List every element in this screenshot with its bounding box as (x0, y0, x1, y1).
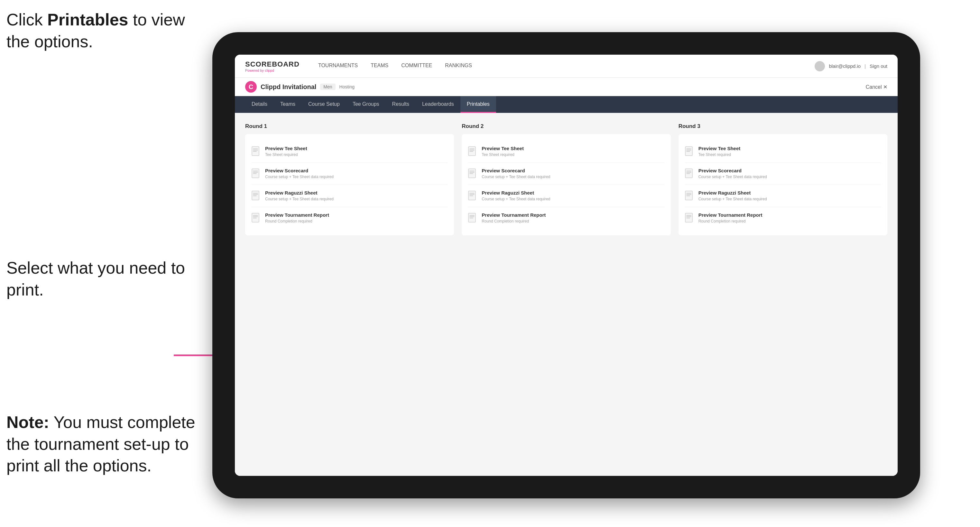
svg-rect-15 (685, 213, 692, 222)
print-item-3-1[interactable]: Preview Tee SheetTee Sheet required (685, 141, 881, 163)
print-item-text-1-1: Preview Tee SheetTee Sheet required (265, 146, 307, 157)
top-nav: SCOREBOARD Powered by clippd TOURNAMENTS… (235, 55, 898, 78)
print-item-text-1-3: Preview Raguzzi SheetCourse setup + Tee … (265, 190, 334, 201)
print-item-title-2-4: Preview Tournament Report (482, 212, 546, 217)
svg-rect-12 (685, 147, 692, 156)
nav-teams[interactable]: TEAMS (365, 60, 394, 72)
tab-tee-groups[interactable]: Tee Groups (346, 96, 386, 113)
nav-committee[interactable]: COMMITTEE (395, 60, 438, 72)
round-card-1: Preview Tee SheetTee Sheet required Prev… (245, 134, 454, 235)
user-email: blair@clippd.io (829, 63, 861, 69)
svg-rect-14 (685, 191, 692, 200)
svg-rect-9 (468, 169, 476, 178)
annotation-top: Click Printables to view the options. (6, 9, 193, 52)
annotation-bottom: Note: You must complete the tournament s… (6, 411, 206, 477)
logo-title: SCOREBOARD (245, 60, 299, 68)
print-item-1-1[interactable]: Preview Tee SheetTee Sheet required (251, 141, 447, 163)
print-item-text-1-2: Preview ScorecardCourse setup + Tee Shee… (265, 168, 334, 179)
svg-rect-10 (468, 191, 476, 200)
print-item-title-3-3: Preview Raguzzi Sheet (698, 190, 767, 195)
print-item-sub-2-2: Course setup + Tee Sheet data required (482, 175, 550, 179)
cancel-button[interactable]: Cancel ✕ (866, 84, 887, 90)
tab-leaderboards[interactable]: Leaderboards (416, 96, 460, 113)
document-icon (251, 146, 261, 157)
tab-course-setup[interactable]: Course Setup (302, 96, 346, 113)
tablet-screen: SCOREBOARD Powered by clippd TOURNAMENTS… (235, 55, 898, 476)
document-icon (468, 146, 477, 157)
round-column-1: Round 1 Preview Tee SheetTee Sheet requi… (245, 123, 454, 235)
print-item-sub-1-3: Course setup + Tee Sheet data required (265, 197, 334, 201)
print-item-text-1-4: Preview Tournament ReportRound Completio… (265, 212, 329, 224)
print-item-text-2-4: Preview Tournament ReportRound Completio… (482, 212, 546, 224)
print-item-3-4[interactable]: Preview Tournament ReportRound Completio… (685, 207, 881, 229)
print-item-3-3[interactable]: Preview Raguzzi SheetCourse setup + Tee … (685, 185, 881, 207)
print-item-text-3-2: Preview ScorecardCourse setup + Tee Shee… (698, 168, 767, 179)
tab-teams[interactable]: Teams (274, 96, 302, 113)
rounds-grid: Round 1 Preview Tee SheetTee Sheet requi… (245, 123, 887, 235)
logo-sub: Powered by clippd (245, 68, 299, 72)
print-item-1-4[interactable]: Preview Tournament ReportRound Completio… (251, 207, 447, 229)
annotation-middle: Select what you need to print. (6, 257, 187, 301)
tab-printables[interactable]: Printables (460, 96, 496, 113)
round-card-3: Preview Tee SheetTee Sheet required Prev… (679, 134, 887, 235)
tab-results[interactable]: Results (386, 96, 416, 113)
print-item-title-1-4: Preview Tournament Report (265, 212, 329, 217)
print-item-1-3[interactable]: Preview Raguzzi SheetCourse setup + Tee … (251, 185, 447, 207)
print-item-sub-3-2: Course setup + Tee Sheet data required (698, 175, 767, 179)
tab-details[interactable]: Details (245, 96, 274, 113)
round-header-1: Round 1 (245, 123, 454, 130)
print-item-title-3-4: Preview Tournament Report (698, 212, 762, 217)
tab-bar: Details Teams Course Setup Tee Groups Re… (235, 96, 898, 113)
print-item-1-2[interactable]: Preview ScorecardCourse setup + Tee Shee… (251, 163, 447, 185)
print-item-text-3-1: Preview Tee SheetTee Sheet required (698, 146, 741, 157)
print-item-title-2-3: Preview Raguzzi Sheet (482, 190, 550, 195)
tournament-name: Clippd Invitational (261, 83, 316, 90)
print-item-sub-3-1: Tee Sheet required (698, 152, 741, 157)
print-item-sub-3-4: Round Completion required (698, 219, 762, 224)
document-icon (468, 213, 477, 224)
print-item-title-1-1: Preview Tee Sheet (265, 146, 307, 151)
round-card-2: Preview Tee SheetTee Sheet required Prev… (462, 134, 670, 235)
document-icon (468, 190, 477, 202)
print-item-2-4[interactable]: Preview Tournament ReportRound Completio… (468, 207, 664, 229)
print-item-2-3[interactable]: Preview Raguzzi SheetCourse setup + Tee … (468, 185, 664, 207)
print-item-title-3-2: Preview Scorecard (698, 168, 767, 173)
tournament-badge: Men (320, 84, 335, 90)
user-avatar (815, 61, 825, 71)
print-item-text-2-1: Preview Tee SheetTee Sheet required (482, 146, 524, 157)
document-icon (685, 146, 694, 157)
print-item-sub-1-1: Tee Sheet required (265, 152, 307, 157)
annotation-bold-printables: Printables (47, 10, 128, 29)
print-item-sub-2-4: Round Completion required (482, 219, 546, 224)
document-icon (251, 190, 261, 202)
print-item-sub-3-3: Course setup + Tee Sheet data required (698, 197, 767, 201)
print-item-title-2-2: Preview Scorecard (482, 168, 550, 173)
main-content: Round 1 Preview Tee SheetTee Sheet requi… (235, 113, 898, 476)
round-header-3: Round 3 (679, 123, 887, 130)
tournament-logo: C (245, 81, 257, 93)
tablet-device: SCOREBOARD Powered by clippd TOURNAMENTS… (212, 32, 920, 498)
sign-out-link[interactable]: Sign out (870, 63, 887, 69)
print-item-2-1[interactable]: Preview Tee SheetTee Sheet required (468, 141, 664, 163)
svg-rect-11 (468, 213, 476, 222)
round-column-2: Round 2 Preview Tee SheetTee Sheet requi… (462, 123, 670, 235)
nav-rankings[interactable]: RANKINGS (439, 60, 478, 72)
top-nav-links: TOURNAMENTS TEAMS COMMITTEE RANKINGS (312, 60, 815, 72)
nav-tournaments[interactable]: TOURNAMENTS (312, 60, 364, 72)
logo-area: SCOREBOARD Powered by clippd (245, 60, 299, 72)
print-item-title-1-3: Preview Raguzzi Sheet (265, 190, 334, 195)
print-item-text-2-2: Preview ScorecardCourse setup + Tee Shee… (482, 168, 550, 179)
print-item-sub-2-1: Tee Sheet required (482, 152, 524, 157)
print-item-2-2[interactable]: Preview ScorecardCourse setup + Tee Shee… (468, 163, 664, 185)
document-icon (685, 168, 694, 179)
svg-rect-5 (252, 169, 259, 178)
print-item-title-3-1: Preview Tee Sheet (698, 146, 741, 151)
print-item-text-3-4: Preview Tournament ReportRound Completio… (698, 212, 762, 224)
svg-rect-13 (685, 169, 692, 178)
document-icon (685, 190, 694, 202)
print-item-text-2-3: Preview Raguzzi SheetCourse setup + Tee … (482, 190, 550, 201)
print-item-3-2[interactable]: Preview ScorecardCourse setup + Tee Shee… (685, 163, 881, 185)
svg-rect-4 (252, 147, 259, 156)
round-column-3: Round 3 Preview Tee SheetTee Sheet requi… (679, 123, 887, 235)
document-icon (468, 168, 477, 179)
